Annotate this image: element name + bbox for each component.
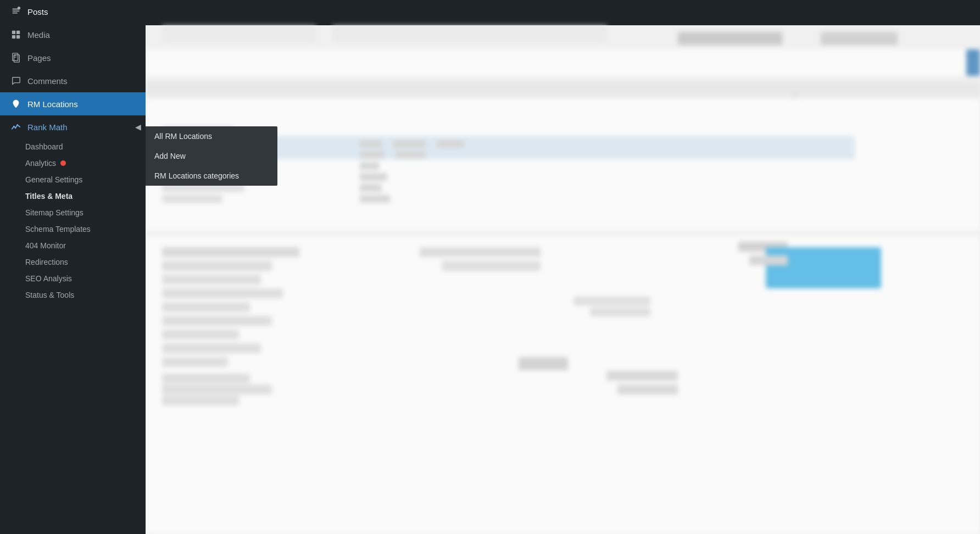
- subitem-dashboard[interactable]: Dashboard: [0, 138, 146, 155]
- svg-point-0: [18, 7, 20, 9]
- rank-math-icon: [10, 121, 22, 133]
- posts-label: Posts: [27, 7, 48, 16]
- sidebar-item-comments[interactable]: Comments: [0, 69, 146, 92]
- svg-point-12: [16, 124, 18, 126]
- subitem-404-monitor[interactable]: 404 Monitor: [0, 237, 146, 254]
- rm-locations-icon: [10, 98, 22, 110]
- svg-rect-2: [16, 31, 20, 34]
- submenu-add-new[interactable]: Add New: [146, 146, 277, 166]
- subitem-redirections[interactable]: Redirections: [0, 254, 146, 270]
- subitem-schema-templates[interactable]: Schema Templates: [0, 221, 146, 237]
- analytics-notification-dot: [60, 160, 66, 166]
- comments-icon: [10, 75, 22, 87]
- posts-icon: [10, 5, 22, 18]
- svg-point-10: [13, 126, 15, 127]
- media-icon: [10, 29, 22, 41]
- rank-math-label: Rank Math: [27, 123, 68, 132]
- svg-rect-4: [16, 35, 20, 38]
- subitem-status-tools[interactable]: Status & Tools: [0, 287, 146, 303]
- media-label: Media: [27, 30, 50, 40]
- sidebar-item-rank-math[interactable]: Rank Math ◀: [0, 115, 146, 138]
- svg-rect-1: [12, 31, 15, 34]
- subitem-seo-analysis[interactable]: SEO Analysis: [0, 270, 146, 287]
- pages-icon: [10, 52, 22, 64]
- blurred-background: [146, 0, 980, 534]
- subitem-sitemap-settings[interactable]: Sitemap Settings: [0, 204, 146, 221]
- svg-rect-3: [12, 35, 15, 38]
- comments-label: Comments: [27, 76, 68, 86]
- sidebar: Posts Media Pages: [0, 0, 146, 534]
- subitem-analytics[interactable]: Analytics: [0, 155, 146, 171]
- sidebar-item-pages[interactable]: Pages: [0, 46, 146, 69]
- svg-point-11: [15, 127, 16, 129]
- chevron-left-icon: ◀: [135, 123, 141, 131]
- main-content: [146, 0, 980, 534]
- rm-locations-label: RM Locations: [27, 99, 78, 109]
- rank-math-subitems: Dashboard Analytics General Settings Tit…: [0, 138, 146, 303]
- sidebar-item-posts[interactable]: Posts: [0, 0, 146, 23]
- pages-label: Pages: [27, 53, 51, 63]
- subitem-general-settings[interactable]: General Settings: [0, 171, 146, 188]
- subitem-titles-meta[interactable]: Titles & Meta: [0, 188, 146, 204]
- submenu-flyout: All RM Locations Add New RM Locations ca…: [146, 126, 277, 186]
- submenu-all-rm-locations[interactable]: All RM Locations: [146, 126, 277, 146]
- submenu-rm-locations-categories[interactable]: RM Locations categories: [146, 166, 277, 186]
- sidebar-item-rm-locations[interactable]: RM Locations: [0, 92, 146, 115]
- sidebar-item-media[interactable]: Media: [0, 23, 146, 46]
